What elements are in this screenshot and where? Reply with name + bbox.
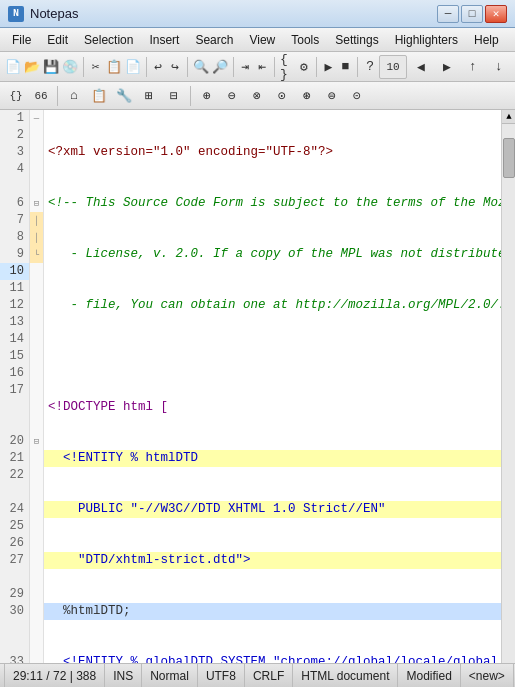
tb2-btn2[interactable]: 66 — [29, 84, 53, 108]
tb2-btn9[interactable]: ⊖ — [220, 84, 244, 108]
menu-search[interactable]: Search — [187, 29, 241, 51]
line-num-4: 4 — [0, 161, 29, 178]
tb2-btn10[interactable]: ⊗ — [245, 84, 269, 108]
paste-button[interactable]: 📄 — [124, 55, 142, 79]
menu-settings[interactable]: Settings — [327, 29, 386, 51]
status-position: 29:11 / 72 | 388 — [4, 664, 105, 687]
line-num-24: 24 — [0, 501, 29, 518]
fold-6[interactable]: ⊟ — [30, 195, 43, 212]
menu-insert[interactable]: Insert — [141, 29, 187, 51]
status-view-mode: Normal — [142, 664, 198, 687]
indent-button[interactable]: ⇥ — [237, 55, 253, 79]
save-button[interactable]: 💾 — [42, 55, 60, 79]
toolbar1: 📄 📂 💾 💿 ✂ 📋 📄 ↩ ↪ 🔍 🔎 ⇥ ⇤ { } ⚙ ▶ ■ ? 10… — [0, 52, 515, 82]
scroll-up-button[interactable]: ▲ — [502, 110, 515, 124]
status-line-endings: CRLF — [245, 664, 293, 687]
app-title: Notepas — [30, 6, 78, 21]
extra-btn5[interactable]: ↓ — [487, 55, 511, 79]
line-num-27: 27 — [0, 552, 29, 569]
code-area[interactable]: <?xml version="1.0" encoding="UTF-8"?> <… — [44, 110, 501, 663]
tb2-btn5[interactable]: 🔧 — [112, 84, 136, 108]
replace-button[interactable]: 🔎 — [211, 55, 229, 79]
comment-button[interactable]: { } — [279, 55, 295, 79]
code-line-5 — [44, 348, 501, 365]
code-line-3: - License, v. 2.0. If a copy of the MPL … — [44, 246, 501, 263]
tb2-btn13[interactable]: ⊜ — [320, 84, 344, 108]
tb2-btn14[interactable]: ⊝ — [345, 84, 369, 108]
line-num-13: 13 — [0, 314, 29, 331]
extra-btn2[interactable]: ◀ — [409, 55, 433, 79]
line-num-31 — [0, 620, 29, 637]
help-button[interactable]: ? — [362, 55, 378, 79]
status-extra: <new> — [461, 664, 514, 687]
stop-button[interactable]: ■ — [337, 55, 353, 79]
menu-tools[interactable]: Tools — [283, 29, 327, 51]
minimize-button[interactable]: ─ — [437, 5, 459, 23]
line-num-21: 21 — [0, 450, 29, 467]
code-line-8: PUBLIC "-//W3C//DTD XHTML 1.0 Strict//EN… — [44, 501, 501, 518]
line-num-30: 30 — [0, 603, 29, 620]
line-numbers: 1 2 3 4 6 7 8 9 10 11 12 13 14 15 16 17 … — [0, 110, 30, 663]
find-button[interactable]: 🔍 — [192, 55, 210, 79]
tb2-btn6[interactable]: ⊞ — [137, 84, 161, 108]
code-line-11: <!ENTITY % globalDTD SYSTEM "chrome://gl… — [44, 654, 501, 663]
fold-column: ─ ⊟ │ │ └ ⊟ — [30, 110, 44, 663]
line-num-1: 1 — [0, 110, 29, 127]
new-button[interactable]: 📄 — [4, 55, 22, 79]
tb2-btn1[interactable]: {} — [4, 84, 28, 108]
scroll-thumb[interactable] — [503, 138, 515, 178]
cut-button[interactable]: ✂ — [88, 55, 104, 79]
sep5 — [274, 57, 275, 77]
extra-btn1[interactable]: 10 — [379, 55, 407, 79]
unindent-button[interactable]: ⇤ — [254, 55, 270, 79]
menu-edit[interactable]: Edit — [39, 29, 76, 51]
extra-btn4[interactable]: ↑ — [461, 55, 485, 79]
code-line-9: "DTD/xhtml-strict.dtd"> — [44, 552, 501, 569]
line-num-5 — [0, 178, 29, 195]
macro-button[interactable]: ⚙ — [296, 55, 312, 79]
line-num-26: 26 — [0, 535, 29, 552]
open-button[interactable]: 📂 — [23, 55, 41, 79]
redo-button[interactable]: ↪ — [167, 55, 183, 79]
line-num-16: 16 — [0, 365, 29, 382]
line-num-23 — [0, 484, 29, 501]
tb2-btn12[interactable]: ⊛ — [295, 84, 319, 108]
line-num-19 — [0, 416, 29, 433]
line-num-29: 29 — [0, 586, 29, 603]
tb2-btn4[interactable]: 📋 — [87, 84, 111, 108]
line-num-12: 12 — [0, 297, 29, 314]
scrollbar-vertical[interactable]: ▲ — [501, 110, 515, 663]
code-line-10: %htmlDTD; — [44, 603, 501, 620]
line-num-8: 8 — [0, 229, 29, 246]
app-icon: N — [8, 6, 24, 22]
sep6 — [316, 57, 317, 77]
statusbar: 29:11 / 72 | 388 INS Normal UTF8 CRLF HT… — [0, 663, 515, 687]
tb2-btn7[interactable]: ⊟ — [162, 84, 186, 108]
menu-file[interactable]: File — [4, 29, 39, 51]
line-num-11: 11 — [0, 280, 29, 297]
line-num-10: 10 — [0, 263, 29, 280]
tb2-btn11[interactable]: ⊙ — [270, 84, 294, 108]
line-num-2: 2 — [0, 127, 29, 144]
menu-selection[interactable]: Selection — [76, 29, 141, 51]
maximize-button[interactable]: □ — [461, 5, 483, 23]
copy-button[interactable]: 📋 — [105, 55, 123, 79]
menu-view[interactable]: View — [241, 29, 283, 51]
undo-button[interactable]: ↩ — [150, 55, 166, 79]
line-num-6: 6 — [0, 195, 29, 212]
run-button[interactable]: ▶ — [321, 55, 337, 79]
close-button[interactable]: ✕ — [485, 5, 507, 23]
menu-help[interactable]: Help — [466, 29, 507, 51]
save-all-button[interactable]: 💿 — [61, 55, 79, 79]
toolbar2: {} 66 ⌂ 📋 🔧 ⊞ ⊟ ⊕ ⊖ ⊗ ⊙ ⊛ ⊜ ⊝ — [0, 82, 515, 110]
menu-highlighters[interactable]: Highlighters — [387, 29, 466, 51]
line-num-20: 20 — [0, 433, 29, 450]
tb2-btn3[interactable]: ⌂ — [62, 84, 86, 108]
fold-1: ─ — [30, 110, 43, 127]
status-modified: Modified — [398, 664, 460, 687]
extra-btn3[interactable]: ▶ — [435, 55, 459, 79]
sep1 — [83, 57, 84, 77]
tb2-btn8[interactable]: ⊕ — [195, 84, 219, 108]
sep9 — [190, 86, 191, 106]
line-num-33: 33 — [0, 654, 29, 663]
